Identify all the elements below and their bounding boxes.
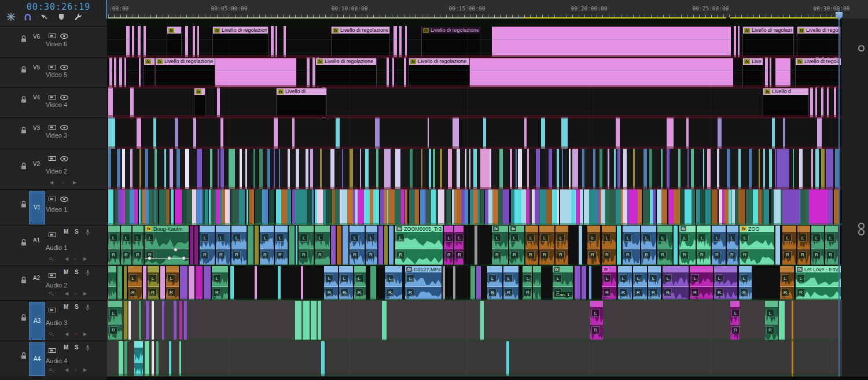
clip-stripe[interactable] — [247, 189, 248, 225]
audio-clip[interactable] — [779, 301, 785, 340]
mute-button[interactable]: M — [64, 304, 68, 310]
adjustment-clip[interactable]: fx — [194, 88, 205, 117]
audio-clip[interactable] — [248, 226, 253, 265]
clip-stripe[interactable] — [696, 189, 700, 225]
clip-stripe[interactable] — [426, 189, 431, 225]
clip-stripe[interactable] — [365, 149, 369, 189]
clip-stripe[interactable] — [800, 189, 806, 225]
audio-clip[interactable]: fxLR — [679, 226, 696, 265]
audio-clip[interactable] — [160, 266, 165, 300]
sync-lock-icon[interactable] — [49, 122, 56, 132]
clip-stripe[interactable] — [661, 149, 663, 189]
audio-clip[interactable]: LR — [260, 226, 274, 265]
audio-clip[interactable]: LR — [782, 226, 796, 265]
clip-stripe[interactable] — [373, 189, 378, 225]
audio-clip[interactable] — [190, 226, 193, 265]
clip-stripe[interactable] — [448, 149, 452, 189]
audio-clip[interactable] — [162, 301, 164, 340]
keyframe-toggle[interactable]: ○, — [49, 330, 54, 337]
clip-stripe[interactable] — [680, 189, 685, 225]
clip-stripe[interactable] — [269, 189, 275, 225]
track-target-badge[interactable]: V5 — [29, 64, 44, 72]
clip-stripe[interactable] — [535, 189, 539, 225]
clip-stripe[interactable] — [817, 117, 822, 149]
clip-stripe[interactable] — [175, 189, 182, 225]
clip-stripe[interactable] — [210, 149, 213, 189]
clip-stripe[interactable] — [685, 189, 692, 225]
audio-clip[interactable]: LR — [618, 266, 632, 300]
clip-stripe[interactable] — [288, 149, 290, 189]
audio-clip[interactable] — [278, 266, 281, 300]
clip-stripe[interactable] — [643, 149, 647, 189]
clip-stripe[interactable] — [783, 117, 785, 149]
clip-stripe[interactable] — [777, 149, 789, 189]
audio-clip[interactable]: LR — [657, 226, 672, 265]
clip-stripe[interactable] — [799, 149, 803, 189]
audio-clip[interactable] — [370, 266, 376, 300]
clip-stripe[interactable] — [453, 117, 459, 149]
clip-stripe[interactable] — [638, 189, 642, 225]
clip-stripe[interactable] — [616, 117, 620, 149]
audio-clip[interactable] — [506, 341, 509, 376]
clip-stripe[interactable] — [125, 189, 130, 225]
clip-stripe[interactable] — [503, 189, 509, 225]
audio-clip[interactable]: LR — [444, 226, 453, 265]
mic-icon[interactable] — [85, 268, 90, 279]
clip-stripe[interactable] — [421, 149, 422, 189]
clip-stripe[interactable] — [473, 189, 477, 225]
clip-stripe[interactable] — [233, 189, 239, 225]
audio-clip[interactable] — [443, 266, 445, 300]
clip-stripe[interactable] — [287, 189, 291, 225]
add-keyframe-button[interactable]: ○ — [74, 291, 77, 296]
audio-clip[interactable] — [124, 266, 127, 300]
clip-stripe[interactable] — [429, 149, 431, 189]
clip-stripe[interactable] — [375, 117, 380, 149]
audio-clip[interactable]: LR — [148, 266, 159, 300]
prev-keyframe-button[interactable]: ◀ — [65, 367, 68, 372]
clip-stripe[interactable] — [176, 149, 180, 189]
audio-clip[interactable] — [453, 266, 455, 300]
clip-stripe[interactable] — [584, 189, 589, 225]
clip-stripe[interactable] — [549, 149, 553, 189]
clip-stripe[interactable] — [674, 189, 679, 225]
clip-stripe[interactable] — [347, 189, 352, 225]
next-keyframe-button[interactable]: ▶ — [73, 180, 76, 185]
clip-stripe[interactable] — [605, 189, 609, 225]
clip-stripe[interactable] — [566, 189, 571, 225]
clip-stripe[interactable] — [431, 189, 436, 225]
clip-stripe[interactable] — [717, 149, 719, 189]
audio-clip[interactable] — [179, 341, 181, 376]
snap-icon[interactable] — [23, 12, 32, 22]
adjustment-clip[interactable]: fxLivello di — [276, 88, 327, 117]
next-keyframe-button[interactable]: ▶ — [83, 367, 87, 372]
audio-clip[interactable] — [475, 226, 477, 265]
audio-clip[interactable] — [196, 266, 203, 300]
clip-stripe[interactable] — [541, 117, 545, 149]
audio-clip[interactable] — [318, 301, 321, 340]
audio-clip[interactable]: LR — [727, 226, 738, 265]
clip-stripe[interactable] — [296, 149, 299, 189]
clip-stripe[interactable] — [428, 117, 429, 149]
clip-stripe[interactable] — [240, 149, 242, 189]
clip-stripe[interactable] — [473, 149, 477, 189]
audio-clip[interactable]: fxZOOLR — [740, 226, 774, 265]
nested-sequence-icon[interactable] — [6, 12, 16, 22]
audio-clip[interactable]: LR — [797, 226, 810, 265]
clip-stripe[interactable] — [608, 149, 610, 189]
clip-stripe[interactable] — [310, 149, 313, 189]
next-keyframe-button[interactable]: ▶ — [83, 291, 87, 296]
audio-clip[interactable]: LR — [133, 226, 144, 265]
audio-clip[interactable]: fxLR — [492, 226, 508, 265]
mic-icon[interactable] — [85, 344, 90, 354]
clip-stripe[interactable] — [457, 189, 461, 225]
clip-stripe[interactable] — [518, 149, 522, 189]
audio-clip[interactable]: LR — [231, 226, 247, 265]
audio-clip[interactable] — [134, 341, 143, 376]
clip-stripe[interactable] — [262, 189, 268, 225]
clip-stripe[interactable] — [649, 149, 652, 189]
clip-stripe[interactable] — [259, 149, 263, 189]
audio-clip[interactable]: LR — [730, 301, 740, 340]
clip-stripe[interactable] — [117, 149, 120, 189]
track-output-eye-icon[interactable] — [60, 122, 68, 132]
next-keyframe-button[interactable]: ▶ — [83, 256, 87, 261]
